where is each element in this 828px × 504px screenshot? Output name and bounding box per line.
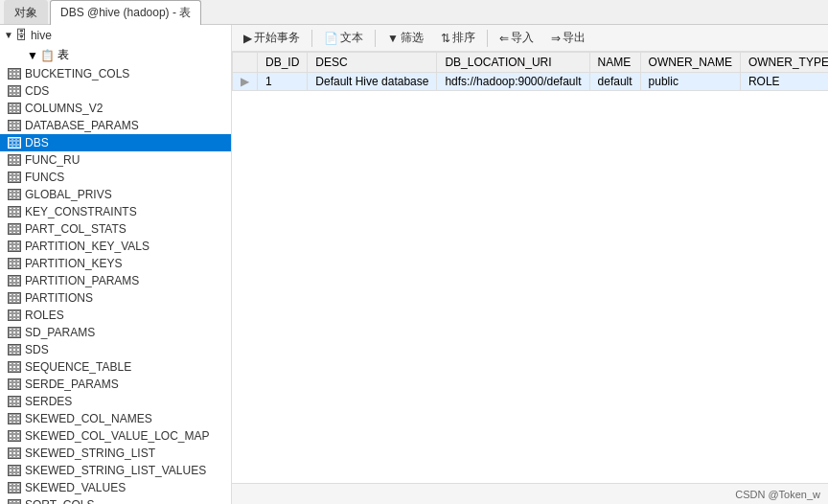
start-transaction-icon: ▶: [243, 32, 252, 45]
table-cell: ROLE: [740, 73, 828, 91]
tables-node[interactable]: ▼ 📋 表: [0, 45, 231, 65]
table-body: ▶1Default Hive databasehdfs://hadoop:900…: [233, 73, 829, 91]
table-list-item[interactable]: SDS: [0, 341, 231, 358]
text-label: 文本: [340, 30, 363, 46]
hive-expand-arrow: ▼: [4, 30, 13, 40]
table-list-item-label: CDS: [25, 84, 49, 98]
export-label: 导出: [563, 30, 586, 46]
table-icon: [8, 120, 21, 131]
data-table: DB_ID DESC DB_LOCATION_URI NAME OWNER_NA…: [232, 52, 828, 91]
import-button[interactable]: ⇐ 导入: [494, 28, 540, 48]
table-list-item[interactable]: PARTITION_KEY_VALS: [0, 238, 231, 255]
table-list-item[interactable]: DBS: [0, 134, 231, 151]
table-list-item[interactable]: DATABASE_PARAMS: [0, 117, 231, 134]
table-icon: [8, 361, 21, 373]
table-list-item[interactable]: ROLES: [0, 307, 231, 324]
table-list-item-label: GLOBAL_PRIVS: [25, 188, 112, 201]
tab-bar: 对象 DBS @hive (hadoop) - 表: [0, 0, 828, 25]
table-cell: Default Hive database: [308, 73, 437, 91]
table-list-item[interactable]: PARTITION_PARAMS: [0, 272, 231, 289]
table-icon: [8, 68, 21, 80]
table-list-item[interactable]: SKEWED_STRING_LIST: [0, 445, 231, 462]
table-icon: [8, 258, 21, 269]
table-list-item[interactable]: GLOBAL_PRIVS: [0, 186, 231, 203]
table-icon: [8, 223, 21, 235]
table-list-item[interactable]: SERDES: [0, 393, 231, 410]
filter-icon: ▼: [387, 32, 399, 45]
col-header-db-location-uri[interactable]: DB_LOCATION_URI: [437, 53, 589, 73]
table-list-item[interactable]: SKEWED_COL_VALUE_LOC_MAP: [0, 427, 231, 445]
table-icon: [8, 309, 21, 321]
table-icon: [8, 499, 21, 504]
table-list-item[interactable]: SKEWED_COL_NAMES: [0, 410, 231, 427]
table-list-item[interactable]: SERDE_PARAMS: [0, 376, 231, 393]
tables-expand-arrow: ▼: [27, 49, 38, 62]
export-button[interactable]: ⇒ 导出: [545, 28, 591, 48]
table-cell: 1: [258, 73, 308, 91]
table-icon: [8, 465, 21, 476]
table-list-item[interactable]: COLUMNS_V2: [0, 100, 231, 117]
tables-folder-icon: 📋: [40, 49, 55, 62]
table-list-item-label: SDS: [25, 343, 49, 356]
table-list-item[interactable]: PARTITION_KEYS: [0, 255, 231, 272]
table-list-item-label: COLUMNS_V2: [25, 102, 103, 115]
table-list-item-label: PARTITIONS: [25, 291, 93, 305]
data-table-container[interactable]: DB_ID DESC DB_LOCATION_URI NAME OWNER_NA…: [232, 52, 828, 483]
table-list-item-label: SERDE_PARAMS: [25, 378, 119, 391]
table-list-item-label: PARTITION_KEY_VALS: [25, 240, 150, 253]
table-list-item-label: BUCKETING_COLS: [25, 67, 129, 80]
table-list-item-label: SD_PARAMS: [25, 326, 95, 339]
import-label: 导入: [511, 30, 534, 46]
main-content: ▼ 🗄 hive ▼ 📋 表 BUCKETING_COLSCDSCOLUMNS_…: [0, 25, 828, 504]
table-icon: [8, 206, 21, 218]
table-list-item[interactable]: SORT_COLS: [0, 496, 231, 504]
table-icon: [8, 396, 21, 407]
col-header-name[interactable]: NAME: [589, 53, 640, 73]
table-list-item[interactable]: SKEWED_STRING_LIST_VALUES: [0, 462, 231, 479]
hive-node[interactable]: ▼ 🗄 hive: [0, 25, 231, 45]
table-list-item[interactable]: SEQUENCE_TABLE: [0, 358, 231, 376]
filter-button[interactable]: ▼ 筛选: [381, 28, 429, 48]
table-list-item[interactable]: PART_COL_STATS: [0, 220, 231, 238]
table-row[interactable]: ▶1Default Hive databasehdfs://hadoop:900…: [233, 73, 829, 91]
table-list-item[interactable]: FUNCS: [0, 169, 231, 186]
table-icon: [8, 137, 21, 149]
start-transaction-label: 开始事务: [254, 30, 300, 46]
start-transaction-button[interactable]: ▶ 开始事务: [238, 28, 306, 48]
table-list-item[interactable]: CDS: [0, 82, 231, 100]
table-list-item-label: PARTITION_KEYS: [25, 257, 123, 270]
table-list-item-label: KEY_CONSTRAINTS: [25, 205, 137, 218]
table-list-item-label: DATABASE_PARAMS: [25, 119, 139, 132]
table-icon: [8, 275, 21, 286]
col-header-owner-name[interactable]: OWNER_NAME: [640, 53, 740, 73]
table-icon: [8, 241, 21, 252]
table-icon: [8, 103, 21, 114]
col-header-desc[interactable]: DESC: [308, 53, 437, 73]
table-list-item[interactable]: PARTITIONS: [0, 289, 231, 307]
table-header: DB_ID DESC DB_LOCATION_URI NAME OWNER_NA…: [233, 53, 829, 73]
hive-label: hive: [31, 29, 52, 42]
table-list-item[interactable]: BUCKETING_COLS: [0, 65, 231, 82]
table-icon: [8, 327, 21, 338]
sort-button[interactable]: ⇅ 排序: [435, 28, 481, 48]
table-list-item-label: PART_COL_STATS: [25, 222, 126, 236]
table-cell: ▶: [233, 73, 258, 91]
text-button[interactable]: 📄 文本: [318, 28, 369, 48]
table-cell: hdfs://hadoop:9000/default: [437, 73, 589, 91]
table-icon: [8, 482, 21, 493]
table-list-item[interactable]: KEY_CONSTRAINTS: [0, 203, 231, 220]
tab-objects[interactable]: 对象: [4, 0, 48, 24]
col-header-indicator: [233, 53, 258, 73]
table-list-item[interactable]: FUNC_RU: [0, 151, 231, 169]
col-header-db-id[interactable]: DB_ID: [258, 53, 308, 73]
export-icon: ⇒: [551, 32, 561, 45]
table-list-item-label: SKEWED_COL_VALUE_LOC_MAP: [25, 429, 210, 443]
tab-main[interactable]: DBS @hive (hadoop) - 表: [50, 0, 201, 25]
table-icon: [8, 85, 21, 97]
filter-label: 筛选: [401, 30, 424, 46]
sort-icon: ⇅: [441, 32, 450, 45]
toolbar-sep-1: [311, 30, 312, 47]
col-header-owner-type[interactable]: OWNER_TYPE: [740, 53, 828, 73]
table-list-item[interactable]: SKEWED_VALUES: [0, 479, 231, 496]
table-list-item[interactable]: SD_PARAMS: [0, 324, 231, 341]
